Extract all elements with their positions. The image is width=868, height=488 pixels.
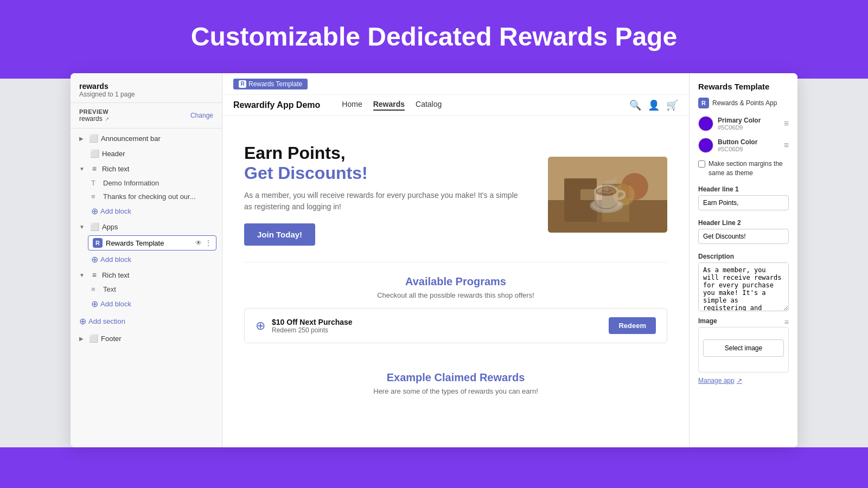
change-button[interactable]: Change (190, 112, 213, 119)
app-badge-row: R Rewards & Points App (698, 98, 789, 108)
preview-content: Earn Points, Get Discounts! As a member,… (222, 116, 689, 420)
add-block-richtext1[interactable]: ⊕ Add block (71, 203, 222, 219)
header-line2-input[interactable] (698, 229, 789, 244)
sidebar-top: rewards Assigned to 1 page (71, 73, 222, 103)
button-color-menu-icon[interactable]: ≡ (784, 140, 789, 150)
reward-card-icon: ⊕ (256, 319, 265, 333)
sidebar: rewards Assigned to 1 page PREVIEW rewar… (71, 73, 222, 447)
description-textarea[interactable]: As a member, you will receive rewards fo… (698, 262, 789, 311)
toggle-icon: ▶ (79, 136, 84, 142)
reward-points: Redeem 250 points (272, 326, 602, 334)
button-color-info: Button Color #5C06D9 (718, 138, 780, 152)
sidebar-sub-demoinfo[interactable]: T Demo Information (71, 176, 222, 190)
description-label: Description (698, 253, 789, 260)
store-brand: Rewardify App Demo (233, 100, 320, 110)
button-color-swatch[interactable] (698, 138, 713, 153)
nav-links: Home Rewards Catalog (342, 100, 618, 111)
add-section-button[interactable]: ⊕ Add section (71, 312, 222, 331)
reward-card: ⊕ $10 Off Next Purchase Redeem 250 point… (244, 308, 667, 343)
add-block-label: Add block (100, 207, 131, 215)
image-label: Image (698, 317, 717, 325)
primary-color-row: Primary Color #5C06D9 ≡ (698, 116, 789, 131)
plus-icon4: ⊕ (79, 316, 86, 326)
richtext1-label: Rich text (102, 165, 130, 173)
image-menu-icon[interactable]: ≡ (784, 318, 789, 326)
sidebar-item-header[interactable]: ⬜ Header (71, 146, 222, 161)
margin-checkbox[interactable] (698, 160, 705, 168)
nav-link-home[interactable]: Home (342, 100, 362, 111)
join-button[interactable]: Join Today! (244, 223, 315, 246)
claimed-section: Example Claimed Rewards Here are some of… (244, 348, 667, 409)
footer-label: Footer (101, 335, 122, 343)
hero-heading-line2: Get Discounts! (244, 163, 368, 183)
select-image-area: Select image (698, 327, 789, 373)
hero-image-placeholder (548, 157, 667, 233)
sidebar-item-footer[interactable]: ▶ ⬜ Footer (71, 331, 222, 346)
hero-image (548, 157, 667, 233)
announcement-icon: ⬜ (89, 134, 98, 143)
sidebar-rewards-template-active[interactable]: R Rewards Template 👁 ⋮ (88, 235, 216, 251)
text-sub-label: Text (103, 285, 116, 293)
sidebar-item-announcement[interactable]: ▶ ⬜ Announcement bar (71, 131, 222, 146)
eye-icon[interactable]: 👁 (195, 239, 202, 247)
margin-checkbox-row: Make section margins the same as theme (698, 159, 789, 178)
app-badge: R (698, 98, 709, 108)
nav-link-rewards[interactable]: Rewards (373, 100, 405, 111)
list-icon: ≡ (91, 192, 100, 201)
toggle-icon: ▼ (79, 224, 85, 230)
margin-checkbox-label: Make section margins the same as theme (709, 159, 789, 178)
apps-icon: ⬜ (90, 222, 99, 231)
plus-icon: ⊕ (91, 206, 98, 216)
menu-dots-icon[interactable]: ⋮ (205, 239, 212, 247)
tab-r-badge: R (239, 80, 246, 88)
sidebar-item-richtext1[interactable]: ▼ ≡ Rich text (71, 161, 222, 176)
right-panel: Rewards Template R Rewards & Points App … (689, 73, 797, 447)
header-icon: ⬜ (90, 149, 99, 158)
sidebar-sub-thanks[interactable]: ≡ Thanks for checking out our... (71, 190, 222, 203)
redeem-button[interactable]: Redeem (609, 317, 656, 334)
reward-info: $10 Off Next Purchase Redeem 250 points (272, 318, 602, 334)
hero-description: As a member, you will receive rewards fo… (244, 190, 526, 213)
text-icon: T (91, 179, 100, 187)
add-block-apps[interactable]: ⊕ Add block (71, 252, 222, 267)
preview-label: PREVIEW (79, 108, 109, 115)
preview-tab-bar: R Rewards Template (222, 73, 689, 95)
add-block-richtext2[interactable]: ⊕ Add block (71, 296, 222, 312)
sidebar-item-richtext2[interactable]: ▼ ≡ Rich text (71, 267, 222, 282)
cart-icon[interactable]: 🛒 (666, 99, 678, 111)
external-link-icon: ↗ (105, 116, 109, 122)
select-image-button[interactable]: Select image (703, 339, 784, 357)
primary-color-label: Primary Color (718, 117, 780, 124)
plus-icon3: ⊕ (91, 299, 98, 309)
hero-heading-line1: Earn Points, (244, 143, 346, 163)
store-name: rewards (79, 82, 213, 91)
button-color-hex: #5C06D9 (718, 146, 780, 152)
claimed-title: Example Claimed Rewards (244, 371, 667, 384)
app-window: rewards Assigned to 1 page PREVIEW rewar… (71, 73, 797, 447)
button-color-label: Button Color (718, 138, 780, 146)
hero-text: Earn Points, Get Discounts! As a member,… (244, 143, 526, 246)
tab-label: Rewards Template (248, 80, 302, 88)
color-menu-icon[interactable]: ≡ (784, 119, 789, 129)
toggle-icon2: ▼ (79, 272, 85, 278)
sidebar-item-apps[interactable]: ▼ ⬜ Apps (71, 219, 222, 234)
plus-icon: ⊕ (91, 254, 98, 265)
add-block-apps-label: Add block (100, 255, 131, 264)
hero-heading: Earn Points, Get Discounts! (244, 143, 526, 183)
sidebar-sub-text[interactable]: ≡ Text (71, 282, 222, 296)
header-line1-input[interactable] (698, 195, 789, 210)
programs-title: Available Programs (244, 275, 667, 288)
rewards-template-tab[interactable]: R Rewards Template (233, 79, 308, 89)
primary-color-swatch[interactable] (698, 116, 713, 131)
reward-title: $10 Off Next Purchase (272, 318, 602, 326)
manage-app-link[interactable]: Manage app ↗ (698, 377, 789, 384)
add-block-richtext2-label: Add block (100, 300, 131, 308)
apps-label: Apps (102, 223, 118, 231)
nav-link-catalog[interactable]: Catalog (416, 100, 442, 111)
search-icon[interactable]: 🔍 (629, 99, 641, 111)
app-name: Rewards & Points App (712, 99, 777, 107)
programs-subtitle: Checkout all the possible rewards this s… (244, 291, 667, 299)
preview-area: R Rewards Template Rewardify App Demo Ho… (222, 73, 689, 447)
account-icon[interactable]: 👤 (648, 99, 660, 111)
programs-section: Available Programs Checkout all the poss… (244, 275, 667, 343)
